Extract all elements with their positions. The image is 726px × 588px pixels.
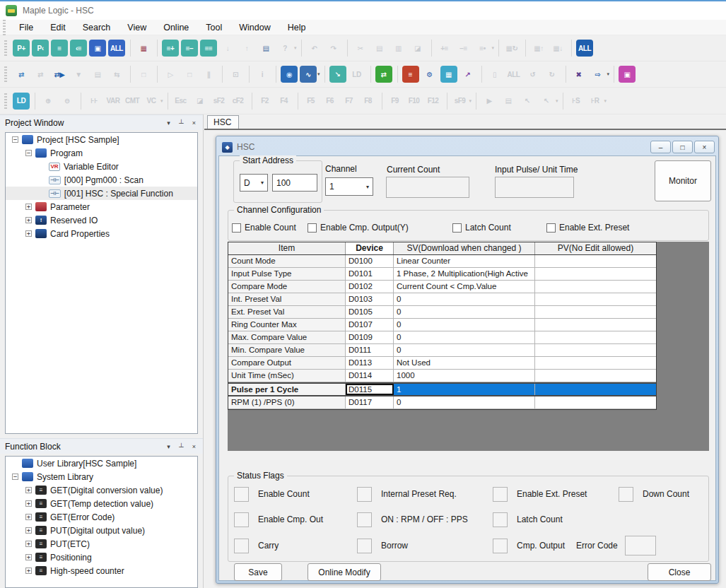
device-monitor-icon[interactable]: ≡ xyxy=(402,64,420,84)
cell-sv[interactable]: 1 xyxy=(394,384,535,395)
print-icon[interactable]: ▤ xyxy=(257,38,275,58)
cell-sv[interactable]: 0 xyxy=(394,396,535,408)
panel-close-icon[interactable]: × xyxy=(188,117,200,129)
cell-sv[interactable]: Not Used xyxy=(394,357,535,369)
tree-expander[interactable] xyxy=(12,460,18,466)
menu-search[interactable]: Search xyxy=(74,21,119,34)
checkbox-enable-cmp-output[interactable]: Enable Cmp. Output(Y) xyxy=(308,223,452,233)
panel-collapse-icon[interactable]: ▾ xyxy=(163,117,175,129)
menu-view[interactable]: View xyxy=(119,21,155,34)
export-icon[interactable]: ↘ xyxy=(329,64,347,84)
write-all-icon[interactable]: ALL xyxy=(576,38,594,58)
tree-expander[interactable] xyxy=(39,163,45,170)
tree-expander[interactable]: + xyxy=(25,204,32,210)
tree-expander[interactable]: − xyxy=(25,150,32,156)
save-button[interactable]: Save xyxy=(234,563,282,581)
tools-icon[interactable]: ✖ xyxy=(570,64,588,84)
menu-file[interactable]: File xyxy=(11,21,42,34)
panel-collapse-icon[interactable]: ▾ xyxy=(163,441,175,452)
tree-item-user-library[interactable]: User Library[HSC Sample] xyxy=(6,457,197,470)
connect-icon[interactable]: ⇄ xyxy=(13,64,30,84)
window-grid-icon[interactable]: ▦ xyxy=(135,38,153,58)
tree-item-card-properties[interactable]: + Card Properties xyxy=(6,227,197,240)
start-address-device-select[interactable]: D ▾ xyxy=(240,174,268,192)
tree-expander[interactable]: + xyxy=(25,541,32,547)
menu-help[interactable]: Help xyxy=(279,21,315,34)
cell-device[interactable]: D0113 xyxy=(346,357,394,369)
tab-hsc[interactable]: HSC xyxy=(207,115,239,129)
monitor-button[interactable]: Monitor xyxy=(655,160,711,201)
save-icon[interactable]: ▣ xyxy=(89,38,107,58)
tree-item-put-etc[interactable]: + ≡ PUT(ETC) xyxy=(6,537,197,551)
tree-item-get-temp-detection[interactable]: + ≡ GET(Temp detection value) xyxy=(6,497,197,510)
menu-online[interactable]: Online xyxy=(155,21,197,34)
add-program-icon[interactable]: ≡+ xyxy=(162,38,180,58)
tree-item-high-speed-counter[interactable]: + ≡ High-speed counter xyxy=(6,564,197,577)
open-program-icon[interactable]: ‹≡ xyxy=(70,38,88,58)
cell-device[interactable]: D0101 xyxy=(346,268,394,280)
start-address-input[interactable]: 100 xyxy=(272,174,317,192)
cell-sv[interactable]: 0 xyxy=(394,306,535,318)
cell-device[interactable]: D0100 xyxy=(346,255,394,267)
tree-expander[interactable]: + xyxy=(25,500,32,507)
tree-expander[interactable]: + xyxy=(25,514,32,520)
cell-device[interactable]: D0107 xyxy=(346,319,394,331)
channel-select[interactable]: 1 ▾ xyxy=(325,177,373,196)
panel-close-icon[interactable]: × xyxy=(188,441,200,452)
tree-expander[interactable]: − xyxy=(12,136,18,143)
tree-item-reserved-io[interactable]: + ! Reserved IO xyxy=(6,213,197,227)
system-monitor-icon[interactable]: ∿▾ xyxy=(300,64,320,84)
tree-item-parameter[interactable]: + Parameter xyxy=(6,200,197,213)
delete-program-icon[interactable]: ≡− xyxy=(181,38,199,58)
tree-item-get-error-code[interactable]: + ≡ GET(Error Code) xyxy=(6,510,197,524)
cell-sv[interactable]: Linear Counter xyxy=(394,255,535,267)
tree-item-pgm000[interactable]: ⊣⊢ [000] Pgm000 : Scan xyxy=(6,173,197,187)
tree-item-system-library[interactable]: − System Library xyxy=(6,470,197,483)
special-module-icon[interactable]: ▣ xyxy=(619,64,636,84)
tree-expander[interactable]: + xyxy=(25,554,32,560)
tree-expander[interactable]: − xyxy=(12,474,18,480)
close-window-button[interactable]: × xyxy=(694,141,715,153)
tree-item-put-digital-output[interactable]: + ≡ PUT(Digital output value) xyxy=(6,524,197,537)
online-modify-button[interactable]: Online Modify xyxy=(308,563,381,581)
panel-pin-icon[interactable]: ┴ xyxy=(175,117,187,129)
cell-sv[interactable]: Current Count < Cmp.Value xyxy=(394,281,535,293)
tree-expander[interactable] xyxy=(39,190,45,196)
cell-device[interactable]: D0111 xyxy=(346,344,394,356)
checkbox-enable-count[interactable]: Enable Count xyxy=(232,223,308,233)
hsc-dialog-titlebar[interactable]: ◆ HSC – □ × xyxy=(218,139,716,155)
menu-edit[interactable]: Edit xyxy=(42,21,74,34)
cell-sv[interactable]: 0 xyxy=(394,331,535,343)
new-program-icon[interactable]: ≡ xyxy=(51,38,69,58)
minimize-button[interactable]: – xyxy=(650,141,671,153)
new-project-icon[interactable]: P+ xyxy=(13,38,30,58)
cell-device[interactable]: D0103 xyxy=(346,293,394,305)
tree-expander[interactable]: + xyxy=(25,527,32,534)
tree-item-variable-editor[interactable]: VR Variable Editor xyxy=(6,160,197,173)
tree-item-hsc[interactable]: ⊣⊢ [001] HSC : Special Function xyxy=(6,187,197,200)
crossref-icon[interactable]: ⇄ xyxy=(375,64,393,84)
tree-item-get-digital-conversion[interactable]: + ≡ GET(Digital conversion value) xyxy=(6,483,197,497)
panel-pin-icon[interactable]: ┴ xyxy=(175,441,187,452)
ld-properties-icon[interactable]: LD xyxy=(13,91,30,111)
gear-icon[interactable]: ⚙ xyxy=(421,64,439,84)
cell-device[interactable]: D0109 xyxy=(346,331,394,343)
checkbox-latch-count[interactable]: Latch Count xyxy=(452,223,546,233)
maximize-button[interactable]: □ xyxy=(672,141,693,153)
tree-item-program[interactable]: − Program xyxy=(6,146,197,160)
save-all-icon[interactable]: ALL xyxy=(108,38,126,58)
calculator-icon[interactable]: ▦ xyxy=(440,64,458,84)
close-button[interactable]: Close xyxy=(648,563,711,581)
cell-device[interactable]: D0105 xyxy=(346,306,394,318)
cell-sv[interactable]: 1 Phase, 2 Multiplication(High Active xyxy=(394,268,535,280)
tree-expander[interactable]: + xyxy=(25,217,32,223)
menu-tool[interactable]: Tool xyxy=(197,21,230,34)
tree-item-positioning[interactable]: + ≡ Positioning xyxy=(6,551,197,564)
web-icon[interactable]: ◉ xyxy=(281,64,298,84)
checkbox-enable-ext-preset[interactable]: Enable Ext. Preset xyxy=(546,223,705,233)
cell-sv[interactable]: 0 xyxy=(394,319,535,331)
trend-chart-icon[interactable]: ↗ xyxy=(459,64,477,84)
cell-device[interactable]: D0102 xyxy=(346,281,394,293)
run-options-icon[interactable]: ⇨▾ xyxy=(590,64,610,84)
tree-expander[interactable]: + xyxy=(25,487,32,493)
